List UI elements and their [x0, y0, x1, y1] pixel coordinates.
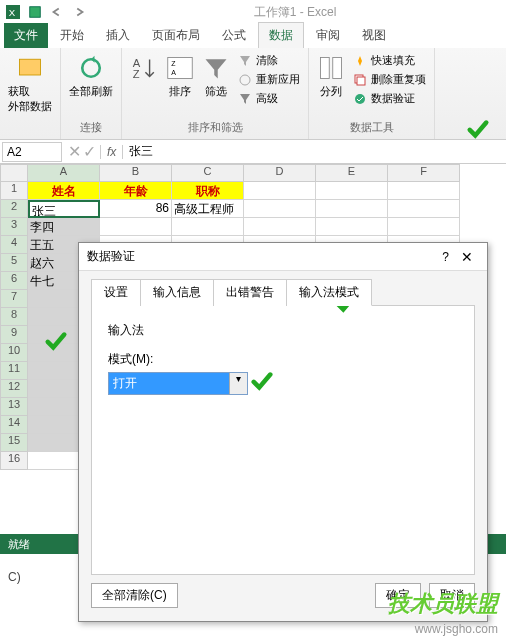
enter-icon[interactable]: ✓	[83, 142, 96, 161]
formula-input[interactable]: 张三	[123, 141, 506, 162]
dialog-section-title: 输入法	[108, 322, 458, 339]
sort-button[interactable]: ZA排序	[164, 52, 196, 107]
row-header[interactable]: 6	[0, 272, 28, 290]
group-sort-filter: AZ ZA排序 筛选 清除 重新应用 高级 排序和筛选	[122, 48, 309, 139]
dialog-tab-error-alert[interactable]: 出错警告	[214, 279, 287, 306]
svg-text:Z: Z	[171, 60, 176, 67]
tab-formulas[interactable]: 公式	[212, 23, 256, 48]
row-header[interactable]: 16	[0, 452, 28, 470]
caption-text: C)	[8, 570, 21, 584]
row-header[interactable]: 5	[0, 254, 28, 272]
remove-duplicates-button[interactable]: 删除重复项	[351, 71, 428, 88]
svg-text:Z: Z	[133, 68, 140, 80]
sort-asc-button[interactable]: AZ	[128, 52, 160, 107]
formula-bar-buttons: ✕ ✓	[64, 142, 100, 161]
tab-data[interactable]: 数据	[258, 22, 304, 48]
cell[interactable]	[388, 182, 460, 200]
redo-icon[interactable]	[70, 3, 88, 21]
cancel-icon[interactable]: ✕	[68, 142, 81, 161]
name-box[interactable]	[2, 142, 62, 162]
cell[interactable]	[244, 200, 316, 218]
row-header[interactable]: 1	[0, 182, 28, 200]
group-connections-label: 连接	[67, 120, 115, 135]
cell[interactable]	[316, 218, 388, 236]
row-header[interactable]: 2	[0, 200, 28, 218]
row-header[interactable]: 3	[0, 218, 28, 236]
clear-all-button[interactable]: 全部清除(C)	[91, 583, 178, 608]
group-external-data: 获取 外部数据	[0, 48, 61, 139]
undo-icon[interactable]	[48, 3, 66, 21]
row-header[interactable]: 13	[0, 398, 28, 416]
tab-home[interactable]: 开始	[50, 23, 94, 48]
cell[interactable]	[388, 200, 460, 218]
mode-select-value: 打开	[109, 373, 229, 394]
cell[interactable]: 86	[100, 200, 172, 218]
row-header[interactable]: 7	[0, 290, 28, 308]
cell[interactable]: 职称	[172, 182, 244, 200]
text-to-columns-button[interactable]: 分列	[315, 52, 347, 107]
row-header[interactable]: 9	[0, 326, 28, 344]
row-header[interactable]: 10	[0, 344, 28, 362]
cell[interactable]	[388, 218, 460, 236]
col-header-a[interactable]: A	[28, 164, 100, 182]
dialog-help-button[interactable]: ?	[436, 250, 455, 264]
svg-text:A: A	[171, 69, 176, 76]
advanced-filter-button[interactable]: 高级	[236, 90, 302, 107]
row-header[interactable]: 12	[0, 380, 28, 398]
filter-label: 筛选	[205, 84, 227, 99]
save-icon[interactable]	[26, 3, 44, 21]
excel-icon[interactable]: X	[4, 3, 22, 21]
cell[interactable]	[172, 218, 244, 236]
cell[interactable]	[244, 182, 316, 200]
clear-filter-button[interactable]: 清除	[236, 52, 302, 69]
col-header-d[interactable]: D	[244, 164, 316, 182]
cell-active[interactable]: 张三	[28, 200, 100, 218]
get-external-data-button[interactable]: 获取 外部数据	[6, 52, 54, 116]
tab-view[interactable]: 视图	[352, 23, 396, 48]
refresh-all-button[interactable]: 全部刷新	[67, 52, 115, 101]
data-validation-dialog: 数据验证 ? ✕ 设置 输入信息 出错警告 输入法模式 输入法 模式(M): 打…	[78, 242, 488, 622]
fx-icon[interactable]: fx	[100, 145, 123, 159]
watermark-text: 技术员联盟	[388, 589, 498, 619]
reapply-button[interactable]: 重新应用	[236, 71, 302, 88]
svg-point-15	[355, 94, 365, 104]
cell[interactable]: 年龄	[100, 182, 172, 200]
tab-insert[interactable]: 插入	[96, 23, 140, 48]
col-header-f[interactable]: F	[388, 164, 460, 182]
select-all-corner[interactable]	[0, 164, 28, 182]
row-header[interactable]: 4	[0, 236, 28, 254]
watermark-url: www.jsgho.com	[415, 622, 498, 636]
cell[interactable]: 姓名	[28, 182, 100, 200]
svg-point-10	[240, 75, 250, 85]
cell[interactable]	[100, 218, 172, 236]
tab-review[interactable]: 审阅	[306, 23, 350, 48]
col-header-e[interactable]: E	[316, 164, 388, 182]
dialog-tab-ime-mode[interactable]: 输入法模式	[287, 279, 372, 306]
filter-button[interactable]: 筛选	[200, 52, 232, 107]
cell[interactable]	[316, 182, 388, 200]
get-external-data-label: 获取 外部数据	[8, 84, 52, 114]
cell[interactable]	[244, 218, 316, 236]
titlebar: X 工作簿1 - Excel	[0, 0, 506, 24]
row-header[interactable]: 8	[0, 308, 28, 326]
row-header[interactable]: 15	[0, 434, 28, 452]
dialog-title: 数据验证	[87, 248, 135, 265]
col-header-b[interactable]: B	[100, 164, 172, 182]
col-header-c[interactable]: C	[172, 164, 244, 182]
chevron-down-icon[interactable]: ▾	[229, 373, 247, 394]
mode-select[interactable]: 打开 ▾	[108, 372, 248, 395]
check-icon	[42, 330, 70, 352]
dialog-tab-input-message[interactable]: 输入信息	[141, 279, 214, 306]
row-header[interactable]: 11	[0, 362, 28, 380]
row-header[interactable]: 14	[0, 416, 28, 434]
cell[interactable]	[316, 200, 388, 218]
dialog-tab-settings[interactable]: 设置	[91, 279, 141, 306]
cell[interactable]: 李四	[28, 218, 100, 236]
dialog-close-button[interactable]: ✕	[455, 249, 479, 265]
flash-fill-button[interactable]: 快速填充	[351, 52, 428, 69]
window-title: 工作簿1 - Excel	[88, 4, 502, 21]
data-validation-button[interactable]: 数据验证	[351, 90, 428, 107]
tab-file[interactable]: 文件	[4, 23, 48, 48]
cell[interactable]: 高级工程师	[172, 200, 244, 218]
tab-page-layout[interactable]: 页面布局	[142, 23, 210, 48]
